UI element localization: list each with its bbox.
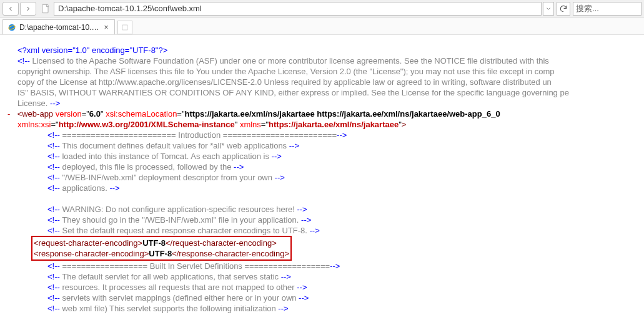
xml-comment: <!-- This document defines default value…: [6, 140, 638, 151]
xml-comment: <!-- ================== Built In Servlet…: [6, 261, 638, 271]
address-text: D:\apache-tomcat-10.1.25\conf\web.xml: [58, 4, 202, 13]
refresh-button[interactable]: [557, 2, 570, 16]
tab-title: D:\apache-tomcat-10.1.2...: [19, 23, 99, 32]
xml-comment: <!-- "/WEB-INF/web.xml" deployment descr…: [6, 172, 638, 183]
xml-comment: <!-- applications. -->: [6, 183, 638, 193]
xml-comment: <!-- The default servlet for all web app…: [6, 271, 638, 282]
request-encoding-element: <request-character-encoding>UTF-8</reque…: [34, 238, 289, 248]
arrow-left-icon: [7, 5, 14, 12]
search-box[interactable]: 搜索...: [573, 2, 642, 16]
highlighted-encoding-block: <request-character-encoding>UTF-8</reque…: [6, 236, 638, 261]
blank-line: [6, 193, 638, 204]
xml-comment: <!-- WARNING: Do not configure applicati…: [6, 204, 638, 215]
svg-point-1: [9, 24, 16, 31]
browser-toolbar: D:\apache-tomcat-10.1.25\conf\web.xml 搜索…: [0, 0, 644, 17]
refresh-icon: [559, 4, 568, 13]
xml-comment: copyright ownership. The ASF licenses th…: [6, 66, 638, 77]
response-encoding-element: <response-character-encoding>UTF-8</resp…: [34, 248, 289, 259]
xml-comment: <!-- web xml file) This servlet supports…: [6, 303, 638, 314]
xml-comment: <!-- They should go in the "/WEB-INF/web…: [6, 215, 638, 225]
tab-close-button[interactable]: ×: [102, 23, 111, 32]
xml-declaration: <?xml version="1.0" encoding="UTF-8"?>: [6, 45, 638, 56]
new-tab-icon: [121, 24, 129, 31]
xml-comment: IS" BASIS, WITHOUT WARRANTIES OR CONDITI…: [6, 87, 638, 98]
web-app-open-tag: - <web-app version="6.0" xsi:schemaLocat…: [6, 109, 638, 119]
new-tab-button[interactable]: [117, 21, 132, 34]
xml-viewer: <?xml version="1.0" encoding="UTF-8"?> <…: [0, 35, 644, 314]
ie-icon: [7, 22, 17, 32]
xml-comment: License. -->: [6, 98, 638, 109]
xml-comment: <!-- deployed, this file is processed, f…: [6, 162, 638, 172]
chevron-down-icon: [545, 6, 552, 12]
xml-comment: <!-- loaded into this instance of Tomcat…: [6, 151, 638, 162]
search-placeholder: 搜索...: [576, 3, 599, 14]
xml-comment: <!-- ======================== Introducti…: [6, 130, 638, 140]
xml-comment: copy of the License at http://www.apache…: [6, 77, 638, 87]
xml-comment: <!-- resources. It processes all request…: [6, 282, 638, 293]
collapse-toggle[interactable]: -: [7, 109, 15, 119]
file-icon: [40, 3, 51, 14]
back-button[interactable]: [2, 2, 19, 16]
xml-comment: <!-- Licensed to the Apache Software Fou…: [6, 56, 638, 66]
svg-rect-0: [42, 4, 48, 12]
tab-active[interactable]: D:\apache-tomcat-10.1.2... ×: [2, 19, 115, 34]
tab-bar: D:\apache-tomcat-10.1.2... ×: [0, 17, 644, 35]
forward-button[interactable]: [20, 2, 36, 16]
address-dropdown-button[interactable]: [543, 2, 554, 16]
xml-comment: <!-- Set the default request and respons…: [6, 225, 638, 236]
address-bar[interactable]: D:\apache-tomcat-10.1.25\conf\web.xml: [54, 2, 542, 16]
arrow-right-icon: [24, 5, 32, 12]
svg-rect-3: [122, 25, 127, 30]
xml-comment: <!-- servlets with servlet mappings (def…: [6, 293, 638, 303]
web-app-open-tag-line2: xmlns:xsi="http://www.w3.org/2001/XMLSch…: [6, 119, 638, 130]
